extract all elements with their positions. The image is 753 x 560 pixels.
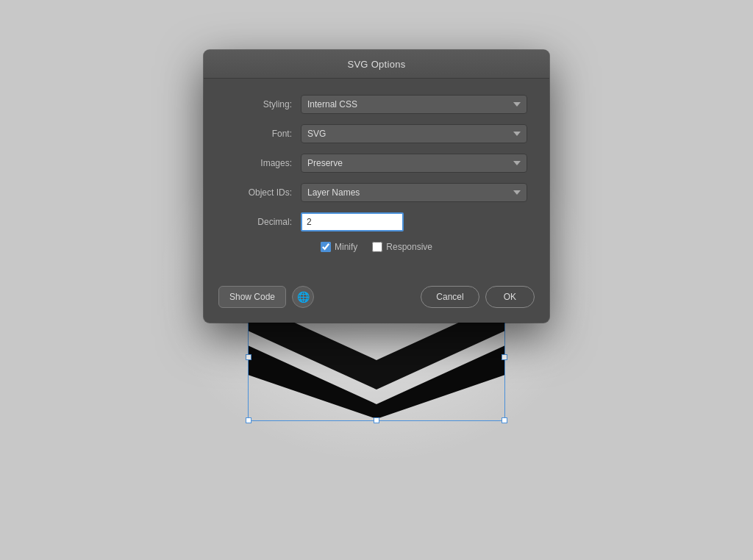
globe-icon: 🌐 [297, 291, 310, 303]
font-row: Font: SVG [226, 124, 527, 143]
object-ids-select[interactable]: Layer Names [301, 183, 527, 202]
ok-button[interactable]: OK [485, 286, 535, 308]
object-ids-row: Object IDs: Layer Names [226, 183, 527, 202]
responsive-checkbox[interactable] [372, 242, 382, 252]
object-ids-label: Object IDs: [226, 187, 292, 198]
checkboxes-row: Minify Responsive [226, 242, 527, 252]
dialog-title: SVG Options [347, 59, 405, 70]
responsive-label: Responsive [386, 242, 432, 252]
decimal-row: Decimal: [226, 212, 527, 231]
images-label: Images: [226, 158, 292, 168]
styling-select[interactable]: Internal CSS [301, 95, 527, 114]
dialog-body: Styling: Internal CSS Font: SVG Images: … [204, 79, 549, 279]
globe-button[interactable]: 🌐 [292, 286, 314, 308]
minify-label: Minify [335, 242, 357, 252]
font-select[interactable]: SVG [301, 124, 527, 143]
minify-checkbox[interactable] [321, 242, 331, 252]
dialog-footer: Show Code 🌐 Cancel OK [204, 279, 549, 323]
dialog-titlebar: SVG Options [204, 50, 549, 79]
decimal-label: Decimal: [226, 217, 292, 227]
cancel-button[interactable]: Cancel [421, 286, 479, 308]
responsive-checkbox-label[interactable]: Responsive [372, 242, 432, 252]
styling-row: Styling: Internal CSS [226, 95, 527, 114]
svg-options-dialog: SVG Options Styling: Internal CSS Font: … [204, 50, 549, 323]
images-row: Images: Preserve [226, 154, 527, 173]
font-label: Font: [226, 129, 292, 139]
decimal-input[interactable] [301, 212, 404, 231]
styling-label: Styling: [226, 99, 292, 110]
minify-checkbox-label[interactable]: Minify [321, 242, 357, 252]
show-code-button[interactable]: Show Code [218, 286, 286, 308]
images-select[interactable]: Preserve [301, 154, 527, 173]
